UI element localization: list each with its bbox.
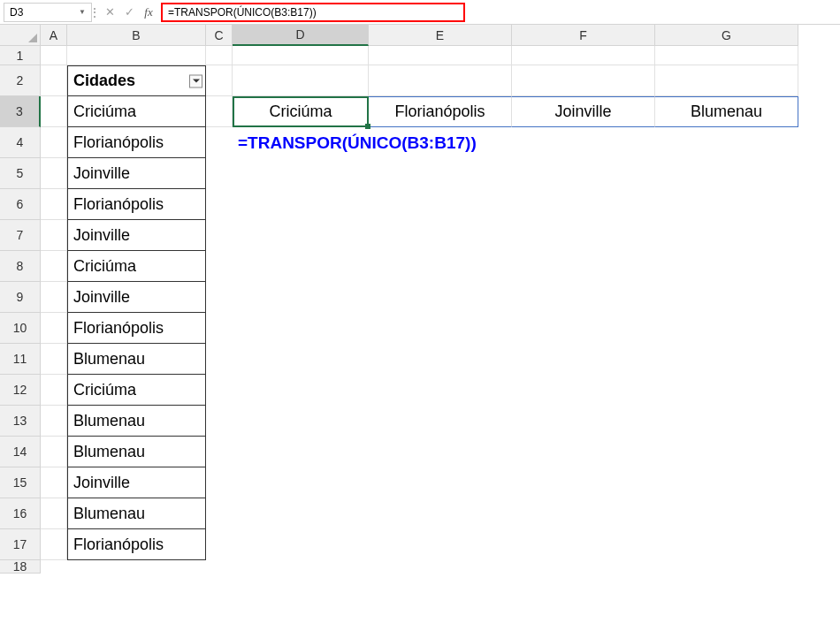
cell-E13[interactable] [369, 406, 512, 437]
cell-F9[interactable] [512, 282, 655, 313]
cell-F15[interactable] [512, 467, 655, 498]
cell-G5[interactable] [655, 158, 798, 189]
col-header-B[interactable]: B [67, 25, 206, 46]
cell-G15[interactable] [655, 467, 798, 498]
row-header-10[interactable]: 10 [0, 313, 41, 344]
cell-F11[interactable] [512, 344, 655, 375]
cell-A4[interactable] [41, 127, 67, 158]
col-header-F[interactable]: F [512, 25, 655, 46]
cell-E17[interactable] [369, 529, 512, 560]
cell-F18[interactable] [512, 560, 655, 574]
cell-B14[interactable]: Blumenau [67, 437, 206, 467]
cell-F2[interactable] [512, 65, 655, 96]
cell-G16[interactable] [655, 498, 798, 529]
cell-A5[interactable] [41, 158, 67, 189]
cell-E1[interactable] [369, 46, 512, 65]
cell-E15[interactable] [369, 467, 512, 498]
cell-C8[interactable] [206, 251, 233, 282]
cell-B10[interactable]: Florianópolis [67, 313, 206, 344]
col-header-E[interactable]: E [369, 25, 512, 46]
cell-C3[interactable] [206, 96, 233, 127]
cell-G7[interactable] [655, 220, 798, 251]
cell-B9[interactable]: Joinville [67, 282, 206, 313]
cell-G2[interactable] [655, 65, 798, 96]
cell-E6[interactable] [369, 189, 512, 220]
cell-E10[interactable] [369, 313, 512, 344]
cell-F8[interactable] [512, 251, 655, 282]
cell-D9[interactable] [233, 282, 369, 313]
cell-A11[interactable] [41, 344, 67, 375]
cell-E11[interactable] [369, 344, 512, 375]
cell-F17[interactable] [512, 529, 655, 560]
cell-A15[interactable] [41, 467, 67, 498]
cell-E3[interactable]: Florianópolis [369, 96, 512, 127]
cell-C4[interactable] [206, 127, 233, 158]
cell-D6[interactable] [233, 189, 369, 220]
cell-B13[interactable]: Blumenau [67, 406, 206, 437]
cell-C10[interactable] [206, 313, 233, 344]
cell-G14[interactable] [655, 437, 798, 467]
cell-A8[interactable] [41, 251, 67, 282]
cell-F12[interactable] [512, 375, 655, 406]
row-header-8[interactable]: 8 [0, 251, 41, 282]
cell-D4[interactable]: =TRANSPOR(ÚNICO(B3:B17)) [233, 127, 369, 158]
cell-E18[interactable] [369, 560, 512, 574]
cell-E14[interactable] [369, 437, 512, 467]
cell-C9[interactable] [206, 282, 233, 313]
cell-D1[interactable] [233, 46, 369, 65]
cell-B18[interactable] [67, 560, 206, 574]
cell-F1[interactable] [512, 46, 655, 65]
cell-G4[interactable] [655, 127, 798, 158]
cell-C11[interactable] [206, 344, 233, 375]
cell-D13[interactable] [233, 406, 369, 437]
filter-dropdown-icon[interactable] [189, 74, 202, 87]
cell-F7[interactable] [512, 220, 655, 251]
row-header-4[interactable]: 4 [0, 127, 41, 158]
cell-B8[interactable]: Criciúma [67, 251, 206, 282]
cell-D12[interactable] [233, 375, 369, 406]
formula-input[interactable]: =TRANSPOR(ÚNICO(B3:B17)) [161, 3, 465, 22]
row-header-3[interactable]: 3 [0, 96, 41, 127]
cancel-formula-icon[interactable]: ✕ [101, 4, 118, 21]
cell-B11[interactable]: Blumenau [67, 344, 206, 375]
cell-B15[interactable]: Joinville [67, 467, 206, 498]
cell-B16[interactable]: Blumenau [67, 498, 206, 529]
cell-D14[interactable] [233, 437, 369, 467]
row-header-13[interactable]: 13 [0, 406, 41, 437]
cell-D10[interactable] [233, 313, 369, 344]
cell-F4[interactable] [512, 127, 655, 158]
cell-F13[interactable] [512, 406, 655, 437]
cell-F16[interactable] [512, 498, 655, 529]
cell-A18[interactable] [41, 560, 67, 574]
cell-D15[interactable] [233, 467, 369, 498]
row-header-18[interactable]: 18 [0, 560, 41, 574]
cell-A2[interactable] [41, 65, 67, 96]
cell-G11[interactable] [655, 344, 798, 375]
cell-G9[interactable] [655, 282, 798, 313]
cell-C13[interactable] [206, 406, 233, 437]
row-header-6[interactable]: 6 [0, 189, 41, 220]
row-header-14[interactable]: 14 [0, 437, 41, 467]
row-header-12[interactable]: 12 [0, 375, 41, 406]
cell-D18[interactable] [233, 560, 369, 574]
cell-B5[interactable]: Joinville [67, 158, 206, 189]
select-all-button[interactable] [0, 25, 41, 46]
row-header-1[interactable]: 1 [0, 46, 41, 65]
cell-F14[interactable] [512, 437, 655, 467]
cell-A12[interactable] [41, 375, 67, 406]
fx-icon[interactable]: fx [140, 4, 157, 21]
name-box-dropdown-icon[interactable]: ▼ [79, 8, 86, 16]
enter-formula-icon[interactable]: ✓ [120, 4, 138, 21]
cell-G18[interactable] [655, 560, 798, 574]
cell-G13[interactable] [655, 406, 798, 437]
cell-C7[interactable] [206, 220, 233, 251]
col-header-D[interactable]: D [233, 25, 369, 46]
cell-A6[interactable] [41, 189, 67, 220]
row-header-11[interactable]: 11 [0, 344, 41, 375]
cell-G1[interactable] [655, 46, 798, 65]
row-header-5[interactable]: 5 [0, 158, 41, 189]
cell-A13[interactable] [41, 406, 67, 437]
cell-D8[interactable] [233, 251, 369, 282]
cell-A3[interactable] [41, 96, 67, 127]
cell-C14[interactable] [206, 437, 233, 467]
